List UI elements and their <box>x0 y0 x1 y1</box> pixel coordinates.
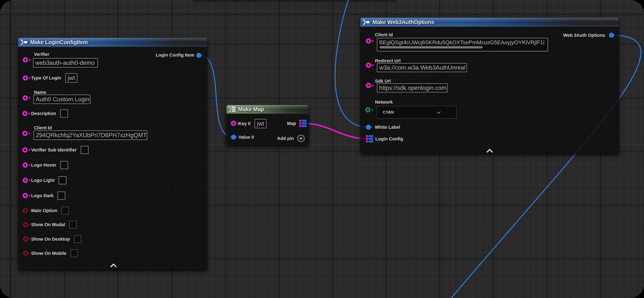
node-header-make-web3authoptions[interactable]: Make Web3AuthOptions <box>360 18 619 27</box>
row-show-on-modal: Show On Modal <box>31 221 77 228</box>
verifier-sub-identifier-input[interactable] <box>81 146 88 154</box>
redirect-url-input[interactable]: w3a://com.w3a.Web3AuthUnreal <box>377 63 467 72</box>
verifier-value: web3auth-auth0-demo <box>36 60 94 66</box>
pin-label-value-0: Value 0 <box>238 135 254 140</box>
pin-map-output[interactable] <box>299 120 306 127</box>
node-header-make-loginconfigitem[interactable]: Make LoginConfigItem <box>18 38 207 47</box>
pin-label-show-on-desktop: Show On Desktop <box>31 236 70 242</box>
pin-value-0[interactable] <box>231 135 236 140</box>
verifier-input[interactable]: web3auth-auth0-demo <box>33 58 98 68</box>
pin-label-verifier-sub-identifier: Verifier Sub Identifier <box>31 148 77 152</box>
show-on-desktop-checkbox[interactable] <box>74 235 81 243</box>
pin-label-description: Description <box>31 111 56 116</box>
pin-label-main-option: Main Option <box>31 208 57 213</box>
logo-dark-input[interactable] <box>58 192 65 200</box>
main-option-checkbox[interactable] <box>62 207 69 214</box>
pin-label-login-config-item: Login Config Item <box>156 52 194 58</box>
pin-login-config-item-output[interactable] <box>196 53 201 58</box>
collapse-node-chevron-icon[interactable] <box>111 263 116 268</box>
show-on-modal-checkbox[interactable] <box>69 221 77 228</box>
pin-key-0[interactable] <box>231 121 236 126</box>
pin-label-verifier: Verifier <box>34 52 49 57</box>
pin-label-show-on-mobile: Show On Mobile <box>31 251 66 256</box>
logo-hover-input[interactable] <box>60 161 68 169</box>
node-make-map[interactable]: Make Map Key 0 jwt Map Value 0 Add pin <box>226 105 309 146</box>
collapse-node-chevron-icon[interactable] <box>487 148 493 154</box>
key-0-input[interactable]: jwt <box>254 119 266 128</box>
row-logo-light: Logo Light <box>31 176 66 184</box>
row-description: Description <box>31 110 68 118</box>
pin-sdk-url[interactable] <box>366 83 371 88</box>
pin-label-login-config: Login Config <box>375 136 403 142</box>
add-pin-icon[interactable] <box>297 135 304 142</box>
pin-type-of-login[interactable] <box>23 75 28 80</box>
pin-redirect-url[interactable] <box>366 62 371 68</box>
pin-show-on-mobile[interactable] <box>23 250 28 256</box>
redirect-url-value: w3a://com.w3a.Web3AuthUnreal <box>379 64 466 71</box>
pin-label-name: Name <box>34 90 46 95</box>
pin-show-on-desktop[interactable] <box>23 236 28 242</box>
make-struct-icon <box>20 39 28 45</box>
row-logo-dark: Logo Dark <box>31 192 65 200</box>
row-add-pin: Add pin <box>277 135 304 142</box>
node-header-make-map[interactable]: Make Map <box>226 105 309 114</box>
client-id-input[interactable]: BEglQSgt4cUWcj6SKRdu5QkOXTsePmMcusG5EAoy… <box>377 38 548 52</box>
pin-label-key-0: Key 0 <box>238 121 250 126</box>
pin-label-show-on-modal: Show On Modal <box>31 222 65 227</box>
row-logo-hover: Logo Hover <box>31 161 68 169</box>
client-id-value: BEglQSgt4cUWcj6SKRdu5QkOXTsePmMcusG5EAoy… <box>379 39 546 46</box>
pin-label-logo-hover: Logo Hover <box>31 162 56 168</box>
sdk-url-input[interactable]: https://sdk.openlogin.com <box>377 84 448 92</box>
network-value: CYAN <box>383 110 394 115</box>
node-title: Make Web3AuthOptions <box>372 19 434 25</box>
pin-label-client-id: Client Id <box>375 32 393 38</box>
pin-client-id[interactable] <box>366 38 371 44</box>
pin-label-white-label: White Label <box>375 125 400 130</box>
row-map-output: Map <box>287 120 306 127</box>
client-id-value: 294QRkchfq2YaXUbPri7D6PH7xzHgQMT <box>36 132 147 138</box>
logo-light-input[interactable] <box>58 176 66 184</box>
make-map-icon <box>229 106 236 112</box>
client-id-input[interactable]: 294QRkchfq2YaXUbPri7D6PH7xzHgQMT <box>34 130 147 140</box>
pin-label-sdk-url: Sdk Url <box>375 78 391 84</box>
sdk-url-value: https://sdk.openlogin.com <box>379 85 446 91</box>
pin-web3auth-options-output[interactable] <box>609 33 614 38</box>
row-type-of-login: Type Of Login jwt <box>31 73 77 82</box>
pin-label-logo-dark: Logo Dark <box>31 193 54 198</box>
pin-name[interactable] <box>22 95 28 100</box>
chevron-down-icon <box>437 110 440 114</box>
pin-label-redirect-url: Redirect Url <box>375 58 400 64</box>
node-title: Make LoginConfigItem <box>30 39 88 45</box>
pin-description[interactable] <box>22 111 28 116</box>
pin-white-label[interactable] <box>366 125 371 130</box>
pin-logo-light[interactable] <box>22 178 28 183</box>
client-id-scrollbar[interactable] <box>380 46 483 48</box>
network-dropdown[interactable]: CYAN <box>377 106 457 118</box>
row-show-on-desktop: Show On Desktop <box>31 235 81 243</box>
pin-verifier[interactable] <box>23 57 28 62</box>
pin-label-web3auth-options: Web 3Auth Options <box>563 33 605 38</box>
pin-verifier-sub-identifier[interactable] <box>22 147 28 152</box>
pin-logo-hover[interactable] <box>22 162 28 168</box>
name-input[interactable]: Auth0 Custom Login <box>33 94 90 104</box>
description-input[interactable] <box>60 110 68 118</box>
pin-show-on-modal[interactable] <box>23 222 28 227</box>
pin-network[interactable] <box>365 107 370 112</box>
pin-label-network: Network <box>375 100 393 105</box>
pin-logo-dark[interactable] <box>22 193 28 198</box>
show-on-mobile-checkbox[interactable] <box>70 249 78 257</box>
node-title: Make Map <box>238 106 264 112</box>
name-value: Auth0 Custom Login <box>36 96 89 103</box>
node-make-loginconfigitem[interactable]: Make LoginConfigItem Login Config Item V… <box>18 38 207 270</box>
add-pin-label: Add pin <box>277 136 294 141</box>
blueprint-graph-canvas[interactable]: Make LoginConfigItem Login Config Item V… <box>0 0 644 298</box>
pin-label-map: Map <box>287 121 296 126</box>
row-show-on-mobile: Show On Mobile <box>31 249 78 257</box>
pin-login-config[interactable] <box>366 135 373 142</box>
pin-main-option[interactable] <box>22 208 28 213</box>
pin-label-client-id: Client Id <box>34 125 52 130</box>
type-of-login-input[interactable]: jwt <box>65 73 77 82</box>
row-main-option: Main Option <box>31 207 69 214</box>
node-make-web3authoptions[interactable]: Make Web3AuthOptions Web 3Auth Options C… <box>360 18 619 154</box>
pin-client-id[interactable] <box>22 131 28 136</box>
